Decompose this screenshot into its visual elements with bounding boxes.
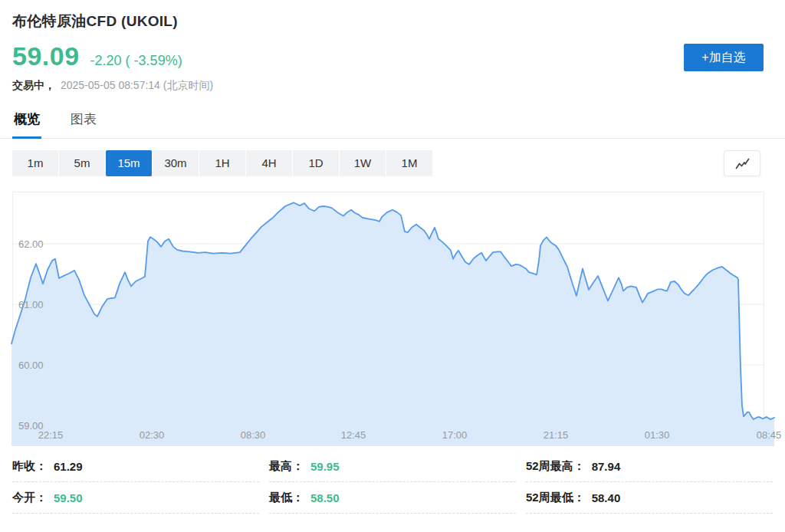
x-axis-tick: 21:15 <box>544 429 569 441</box>
chart-style-button[interactable] <box>724 150 760 176</box>
period-4H[interactable]: 4H <box>246 150 293 176</box>
last-price: 59.09 <box>12 41 80 71</box>
stat-value: 87.94 <box>592 460 621 473</box>
add-watchlist-button[interactable]: +加自选 <box>684 44 764 71</box>
stat-row: 52周最高：87.94 <box>526 451 773 482</box>
line-chart-icon <box>734 157 751 170</box>
status-row: 交易中， 2025-05-05 08:57:14 (北京时间) <box>12 79 773 93</box>
period-1M[interactable]: 1M <box>386 150 432 176</box>
stats-section: 昨收：61.29今开：59.50最高：59.95最低：58.5052周最高：87… <box>0 451 785 514</box>
stat-label: 最低： <box>269 491 304 505</box>
stat-row: 最低：58.50 <box>269 482 516 514</box>
stat-label: 昨收： <box>12 459 47 474</box>
quote-timestamp: 2025-05-05 08:57:14 (北京时间) <box>61 79 213 91</box>
tab-chart[interactable]: 图表 <box>69 110 98 138</box>
x-axis-tick: 12:45 <box>341 429 366 441</box>
stat-value: 58.50 <box>310 491 340 504</box>
tab-bar: 概览 图表 <box>0 110 785 139</box>
stat-row: 今开：59.50 <box>12 482 259 514</box>
price-row: 59.09 -2.20 ( -3.59%) <box>12 41 773 71</box>
y-axis-tick: 60.00 <box>18 360 44 371</box>
stats-column-2: 最高：59.95最低：58.50 <box>269 451 516 514</box>
x-axis-tick: 17:00 <box>442 429 468 441</box>
stat-label: 最高： <box>269 459 304 474</box>
stat-row: 52周最低：58.40 <box>526 482 773 514</box>
stat-value: 61.29 <box>54 460 83 473</box>
stats-column-3: 52周最高：87.9452周最低：58.40 <box>526 451 773 514</box>
stat-label: 52周最低： <box>526 491 585 505</box>
stat-label: 今开： <box>12 491 47 505</box>
price-change: -2.20 ( -3.59%) <box>90 53 182 69</box>
period-30m[interactable]: 30m <box>153 150 199 176</box>
price-chart[interactable]: 62.0061.0060.0059.0022:1502:3008:3012:45… <box>0 192 785 447</box>
stat-value: 58.40 <box>592 491 621 504</box>
period-1W[interactable]: 1W <box>340 150 386 176</box>
stat-row: 最高：59.95 <box>269 451 516 482</box>
tab-chart-label: 图表 <box>71 112 97 126</box>
chart-toolbar: 1m5m15m30m1H4H1D1W1M <box>12 150 773 176</box>
x-axis-tick: 08:45 <box>757 429 782 441</box>
page-title: 布伦特原油CFD (UKOIL) <box>12 11 773 31</box>
trading-status: 交易中， <box>12 79 55 91</box>
x-axis-tick: 22:15 <box>38 429 64 441</box>
period-1m[interactable]: 1m <box>12 150 59 176</box>
period-selector: 1m5m15m30m1H4H1D1W1M <box>12 150 432 176</box>
y-axis-tick: 61.00 <box>18 299 44 310</box>
tab-overview-label: 概览 <box>14 112 40 126</box>
period-1H[interactable]: 1H <box>199 150 246 176</box>
stat-row: 昨收：61.29 <box>12 451 259 482</box>
stat-value: 59.50 <box>54 491 83 504</box>
stat-value: 59.95 <box>310 460 340 473</box>
quote-header: 布伦特原油CFD (UKOIL) 59.09 -2.20 ( -3.59%) 交… <box>0 0 785 93</box>
period-15m[interactable]: 15m <box>106 150 153 176</box>
area-fill <box>11 202 774 446</box>
period-1D[interactable]: 1D <box>293 150 340 176</box>
x-axis-tick: 02:30 <box>140 429 165 441</box>
y-axis-tick: 62.00 <box>18 238 44 250</box>
stats-column-1: 昨收：61.29今开：59.50 <box>12 451 259 514</box>
x-axis-tick: 01:30 <box>645 429 670 441</box>
x-axis-tick: 08:30 <box>241 429 266 441</box>
period-5m[interactable]: 5m <box>59 150 106 176</box>
stat-label: 52周最高： <box>526 459 585 474</box>
tab-overview[interactable]: 概览 <box>12 110 41 138</box>
